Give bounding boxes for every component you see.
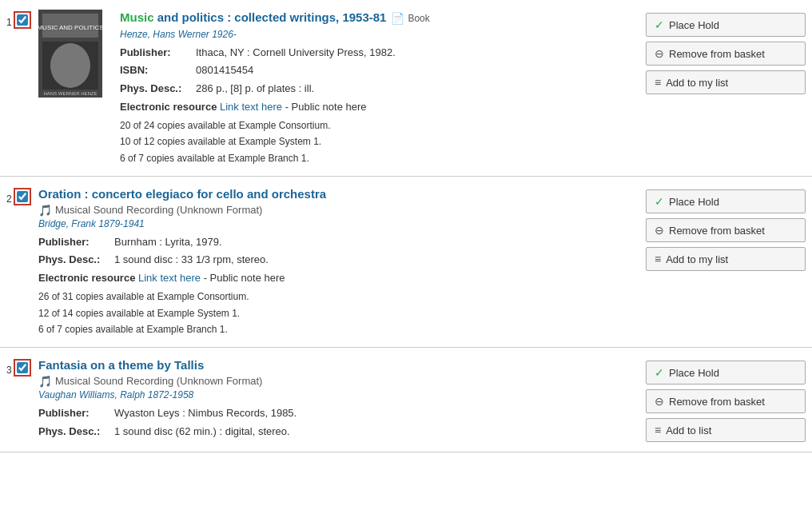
add-to-list-button[interactable]: ≡Add to my list xyxy=(646,247,806,271)
checkbox-wrapper[interactable] xyxy=(14,188,31,205)
electronic-link[interactable]: Link text here xyxy=(138,272,201,284)
checkbox-wrapper[interactable] xyxy=(14,11,31,29)
publisher-label: Publisher: xyxy=(38,405,114,422)
electronic-row: Electronic resource Link text here - Pub… xyxy=(120,101,638,113)
list-icon: ≡ xyxy=(655,253,661,265)
availability-line: 6 of 7 copies available at Example Branc… xyxy=(120,150,638,166)
add-to-list-button[interactable]: ≡Add to list xyxy=(646,418,806,442)
add-list-label: Add to my list xyxy=(666,253,728,265)
item-title-link[interactable]: Fantasia on a theme by Tallis xyxy=(38,357,638,373)
checkbox-col: 3 xyxy=(6,357,38,378)
add-to-list-button[interactable]: ≡Add to my list xyxy=(646,70,806,94)
type-icon: 🎵 xyxy=(38,375,52,388)
cover-col: MUSIC AND POLITICSHANS WERNER HENZE xyxy=(38,10,110,100)
item-title-link[interactable]: Music and politics : collected writings,… xyxy=(120,10,386,26)
result-list: 1MUSIC AND POLITICSHANS WERNER HENZEMusi… xyxy=(0,0,812,452)
publisher-label: Publisher: xyxy=(38,234,114,251)
item-checkbox[interactable] xyxy=(17,191,28,202)
list-icon: ≡ xyxy=(655,424,661,436)
place-hold-button[interactable]: ✓Place Hold xyxy=(646,13,806,37)
place-hold-label: Place Hold xyxy=(669,19,719,31)
minus-circle-icon: ⊖ xyxy=(655,395,664,408)
checkmark-icon: ✓ xyxy=(655,195,664,208)
type-label: Book xyxy=(408,13,429,24)
item-number: 3 xyxy=(6,359,38,377)
actions-col: ✓Place Hold⊖Remove from basket≡Add to li… xyxy=(646,357,806,442)
item-number-label: 2 xyxy=(6,193,12,205)
svg-text:MUSIC AND POLITICS: MUSIC AND POLITICS xyxy=(38,24,102,31)
phys-desc-row: Phys. Desc.:1 sound disc : 33 1/3 rpm, s… xyxy=(38,252,638,269)
item-title-link[interactable]: Oration : concerto elegiaco for cello an… xyxy=(38,186,638,202)
item-author[interactable]: Henze, Hans Werner 1926- xyxy=(120,29,638,40)
phys-desc-row: Phys. Desc.:286 p., [8] p. of plates : i… xyxy=(120,81,638,98)
item-fields: Publisher:Wyaston Leys : Nimbus Records,… xyxy=(38,405,638,440)
detail-col: Fantasia on a theme by Tallis🎵Musical So… xyxy=(38,357,646,441)
svg-point-4 xyxy=(50,43,90,88)
remove-basket-label: Remove from basket xyxy=(669,396,765,408)
book-cover: MUSIC AND POLITICSHANS WERNER HENZE xyxy=(38,10,102,98)
availability-line: 10 of 12 copies available at Example Sys… xyxy=(120,133,638,149)
public-note: - Public note here xyxy=(282,101,367,113)
title-rest: Fantasia on a theme by Tallis xyxy=(38,358,204,372)
remove-basket-button[interactable]: ⊖Remove from basket xyxy=(646,218,806,242)
actions-col: ✓Place Hold⊖Remove from basket≡Add to my… xyxy=(646,186,806,271)
electronic-resource-label: Electronic resource xyxy=(38,272,138,284)
result-item: 2Oration : concerto elegiaco for cello a… xyxy=(0,177,812,348)
minus-circle-icon: ⊖ xyxy=(655,47,664,60)
isbn-value: 0801415454 xyxy=(196,62,253,79)
isbn-row: ISBN:0801415454 xyxy=(120,62,638,79)
place-hold-button[interactable]: ✓Place Hold xyxy=(646,189,806,213)
list-icon: ≡ xyxy=(655,76,661,89)
availability: 20 of 24 copies available at Example Con… xyxy=(120,118,638,166)
remove-basket-label: Remove from basket xyxy=(669,48,765,60)
publisher-row: Publisher:Wyaston Leys : Nimbus Records,… xyxy=(38,405,638,422)
actions-col: ✓Place Hold⊖Remove from basket≡Add to my… xyxy=(646,10,806,94)
electronic-row: Electronic resource Link text here - Pub… xyxy=(38,272,638,284)
title-highlight: Music xyxy=(120,10,154,24)
result-item: 1MUSIC AND POLITICSHANS WERNER HENZEMusi… xyxy=(0,0,812,177)
type-info: 🎵Musical Sound Recording (Unknown Format… xyxy=(38,375,638,388)
item-author[interactable]: Vaughan Williams, Ralph 1872-1958 xyxy=(38,389,638,400)
availability-line: 6 of 7 copies available at Example Branc… xyxy=(38,321,638,337)
checkbox-col: 2 xyxy=(6,186,38,207)
publisher-value: Wyaston Leys : Nimbus Records, 1985. xyxy=(114,405,297,422)
phys-desc-value: 1 sound disc (62 min.) : digital, stereo… xyxy=(114,424,290,440)
availability: 26 of 31 copies available at Example Con… xyxy=(38,289,638,337)
result-item: 3Fantasia on a theme by Tallis🎵Musical S… xyxy=(0,348,812,452)
item-number: 2 xyxy=(6,188,38,205)
item-checkbox[interactable] xyxy=(17,14,28,26)
item-number: 1 xyxy=(6,11,38,29)
publisher-value: Ithaca, NY : Cornell University Press, 1… xyxy=(196,45,396,62)
publisher-row: Publisher:Ithaca, NY : Cornell Universit… xyxy=(120,45,638,62)
item-fields: Publisher:Burnham : Lyrita, 1979.Phys. D… xyxy=(38,234,638,269)
checkbox-col: 1 xyxy=(6,10,38,30)
title-rest: and politics : collected writings, 1953-… xyxy=(154,10,387,24)
publisher-value: Burnham : Lyrita, 1979. xyxy=(114,234,222,251)
detail-col: Oration : concerto elegiaco for cello an… xyxy=(38,186,646,337)
phys-desc-label: Phys. Desc.: xyxy=(38,252,114,269)
public-note: - Public note here xyxy=(201,272,285,284)
item-checkbox[interactable] xyxy=(17,362,28,373)
checkbox-wrapper[interactable] xyxy=(14,359,31,377)
phys-desc-label: Phys. Desc.: xyxy=(38,424,114,440)
place-hold-button[interactable]: ✓Place Hold xyxy=(646,361,806,385)
electronic-resource-label: Electronic resource xyxy=(120,101,220,113)
availability-line: 12 of 14 copies available at Example Sys… xyxy=(38,305,638,321)
availability-line: 20 of 24 copies available at Example Con… xyxy=(120,118,638,133)
availability-line: 26 of 31 copies available at Example Con… xyxy=(38,289,638,305)
type-info-text: Musical Sound Recording (Unknown Format) xyxy=(55,204,262,216)
type-badge: 📄Book xyxy=(391,12,429,25)
isbn-label: ISBN: xyxy=(120,62,196,79)
item-fields: Publisher:Ithaca, NY : Cornell Universit… xyxy=(120,45,638,98)
item-author[interactable]: Bridge, Frank 1879-1941 xyxy=(38,218,638,229)
add-list-label: Add to list xyxy=(666,424,711,436)
remove-basket-button[interactable]: ⊖Remove from basket xyxy=(646,42,806,66)
place-hold-label: Place Hold xyxy=(669,196,719,208)
publisher-row: Publisher:Burnham : Lyrita, 1979. xyxy=(38,234,638,251)
minus-circle-icon: ⊖ xyxy=(655,224,664,237)
phys-desc-value: 1 sound disc : 33 1/3 rpm, stereo. xyxy=(114,252,269,269)
phys-desc-row: Phys. Desc.:1 sound disc (62 min.) : dig… xyxy=(38,424,638,440)
electronic-link[interactable]: Link text here xyxy=(220,101,282,113)
remove-basket-button[interactable]: ⊖Remove from basket xyxy=(646,389,806,413)
phys-desc-label: Phys. Desc.: xyxy=(120,81,196,98)
